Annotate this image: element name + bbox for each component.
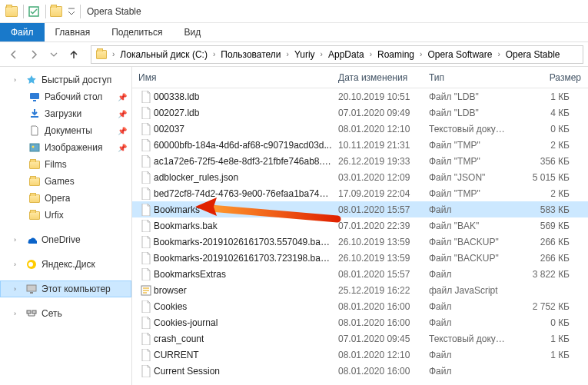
chevron-right-icon[interactable]: › [495,50,502,58]
sidebar-item-pictures[interactable]: Изображения 📌 [0,139,131,156]
sidebar-item-films[interactable]: Films [0,156,131,173]
sidebar-item-opera[interactable]: Opera [0,190,131,207]
nav-forward-button[interactable] [25,45,43,64]
sidebar-item-documents[interactable]: Документы 📌 [0,122,131,139]
table-row[interactable]: Cookies08.01.2020 16:00Файл2 752 КБ [132,298,588,314]
pictures-icon [28,142,42,153]
sidebar-item-this-pc[interactable]: › Этот компьютер [0,280,131,297]
table-row[interactable]: 60000bfb-184a-4d6d-af68-c90719acd03d...1… [132,137,588,153]
network-icon [25,308,38,319]
tab-view[interactable]: Вид [173,23,211,41]
chevron-right-icon[interactable]: › [14,261,23,268]
chevron-right-icon[interactable]: › [14,310,23,317]
chevron-right-icon[interactable]: › [211,50,218,58]
column-date[interactable]: Дата изменения [332,67,423,88]
file-date: 08.01.2020 12:10 [332,350,423,360]
sidebar-item-games[interactable]: Games [0,173,131,190]
sidebar-item-network[interactable]: › Сеть [0,305,131,322]
qat-dropdown[interactable] [66,3,77,20]
file-icon [138,236,153,248]
tab-file[interactable]: Файл [0,23,45,41]
pin-icon: 📌 [118,110,127,118]
bc-root-icon[interactable] [93,46,110,63]
breadcrumb-segment[interactable]: Пользователи [218,46,284,63]
file-type: Файл [423,269,515,280]
sidebar-item-onedrive[interactable]: › OneDrive [0,231,131,248]
table-row[interactable]: ac1a72e6-72f5-4e8e-8df3-21fbfe746ab8.t..… [132,153,588,169]
file-name: Cookies [154,301,187,312]
table-row[interactable]: crash_count07.01.2020 09:45Текстовый док… [132,330,588,347]
breadcrumb-segment[interactable]: Yuriy [291,46,318,63]
tab-home[interactable]: Главная [45,23,101,41]
breadcrumb[interactable]: › Локальный диск (C:)›Пользователи›Yuriy… [91,45,583,64]
file-grid[interactable]: 000338.ldb20.10.2019 10:51Файл "LDB"1 КБ… [132,88,588,385]
sidebar-item-downloads[interactable]: Загрузки 📌 [0,105,131,122]
svg-rect-5 [30,144,39,151]
chevron-right-icon[interactable]: › [284,50,291,58]
column-name[interactable]: Имя [132,67,332,88]
pin-icon: 📌 [118,127,127,135]
file-name: BookmarksExtras [154,269,226,280]
chevron-right-icon[interactable]: › [14,285,23,293]
chevron-right-icon[interactable]: › [417,50,424,58]
chevron-right-icon[interactable]: › [367,50,374,58]
breadcrumb-segment[interactable]: Opera Software [424,46,495,63]
table-row[interactable]: BookmarksExtras08.01.2020 15:57Файл3 822… [132,266,588,282]
svg-rect-9 [27,285,36,291]
chevron-right-icon[interactable]: › [110,50,117,58]
chevron-right-icon[interactable]: › [318,50,325,58]
sidebar-item-urfix[interactable]: Urfix [0,207,131,224]
folder-icon [28,194,42,203]
file-size: 2 КБ [515,188,588,199]
breadcrumb-segment[interactable]: AppData [325,46,367,63]
nav-up-button[interactable] [65,45,83,64]
file-name: Bookmarks [154,204,200,215]
downloads-icon [28,108,42,119]
file-name: Cookies-journal [154,317,218,328]
chevron-right-icon[interactable]: › [14,76,23,84]
file-type: файл JavaScript [423,285,515,296]
file-type: Файл "BAK" [423,221,515,231]
table-row[interactable]: bed72cf8-74d2-4763-9e00-76efaa1ba74b...1… [132,185,588,201]
table-row[interactable]: Bookmarks08.01.2020 15:57Файл583 КБ [132,201,588,217]
table-row[interactable]: CURRENT08.01.2020 12:10Файл1 КБ [132,347,588,363]
svg-rect-4 [31,116,38,118]
file-icon [138,123,154,135]
file-name: Bookmarks-20191026161703.723198.back... [153,253,332,264]
nav-back-button[interactable] [5,45,23,64]
file-type: Файл "LDB" [423,91,515,102]
breadcrumb-segment[interactable]: Opera Stable [503,46,563,63]
sidebar-item-quick-access[interactable]: › Быстрый доступ [0,71,131,88]
file-list-area: Имя Дата изменения Тип Размер 000338.ldb… [132,67,588,385]
folder-icon [28,211,42,220]
nav-recent-button[interactable] [45,45,63,64]
table-row[interactable]: 002027.ldb07.01.2020 09:49Файл "LDB"4 КБ [132,105,588,121]
chevron-right-icon[interactable]: › [14,236,23,244]
file-name: Current Session [154,366,220,377]
table-row[interactable]: Bookmarks.bak07.01.2020 22:39Файл "BAK"5… [132,217,588,234]
file-type: Файл [423,350,515,360]
sidebar-item-desktop[interactable]: Рабочий стол 📌 [0,88,131,105]
table-row[interactable]: Current Session08.01.2020 16:00Файл [132,363,588,379]
table-row[interactable]: 00203708.01.2020 12:10Текстовый докум...… [132,121,588,137]
qat-select-icon[interactable] [25,3,42,20]
file-icon [138,285,154,296]
breadcrumb-segment[interactable]: Локальный диск (C:) [117,46,211,63]
table-row[interactable]: Cookies-journal08.01.2020 16:00Файл0 КБ [132,314,588,330]
table-row[interactable]: adblocker_rules.json03.01.2020 12:09Файл… [132,169,588,185]
tab-share[interactable]: Поделиться [101,23,173,41]
star-icon [25,75,38,85]
file-size: 4 КБ [515,108,588,118]
file-type: Файл "BACKUP" [423,237,515,247]
table-row[interactable]: browser25.12.2019 16:22файл JavaScript [132,282,588,298]
table-row[interactable]: Bookmarks-20191026161703.557049.back...2… [132,234,588,250]
column-size[interactable]: Размер [515,67,588,88]
breadcrumb-segment[interactable]: Roaming [374,46,417,63]
folder-icon [3,3,20,20]
file-date: 08.01.2020 12:10 [332,124,423,134]
column-type[interactable]: Тип [423,67,515,88]
table-row[interactable]: Bookmarks-20191026161703.723198.back...2… [132,250,588,266]
sidebar-item-yandex[interactable]: › Яндекс.Диск [0,256,131,273]
file-icon [138,188,154,200]
table-row[interactable]: 000338.ldb20.10.2019 10:51Файл "LDB"1 КБ [132,88,588,105]
